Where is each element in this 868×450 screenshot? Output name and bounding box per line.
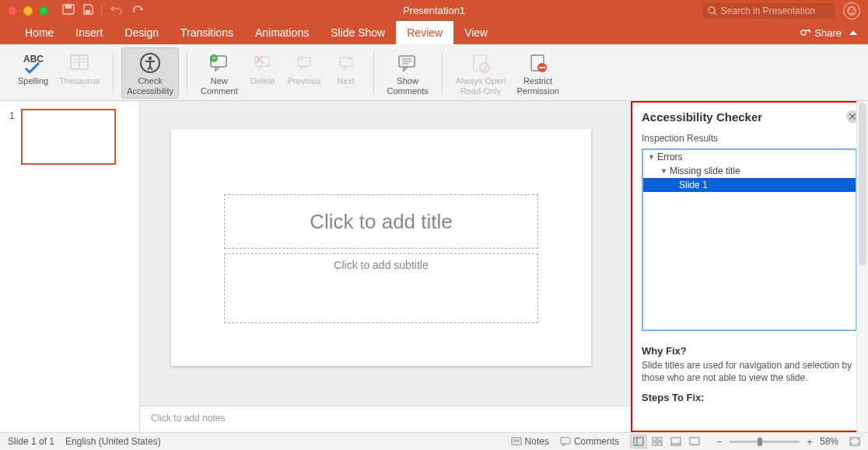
slide-canvas[interactable]: Click to add title Click to add subtitle	[171, 129, 591, 366]
tab-design[interactable]: Design	[114, 21, 170, 44]
title-placeholder[interactable]: Click to add title	[224, 194, 538, 249]
scrollbar-thumb[interactable]	[859, 103, 866, 266]
fit-to-window-button[interactable]	[849, 436, 860, 447]
spelling-icon: ABC	[21, 50, 46, 76]
thumbnail-1[interactable]: 1	[9, 109, 130, 165]
separator	[101, 5, 102, 17]
previous-label: Previous	[288, 76, 321, 86]
normal-view-button[interactable]	[630, 434, 647, 448]
delete-comment-button[interactable]: Delete	[243, 47, 282, 89]
ribbon-tabs: Home Insert Design Transitions Animation…	[0, 21, 868, 44]
svg-text:ABC: ABC	[23, 54, 44, 65]
svg-rect-48	[658, 442, 662, 445]
next-label: Next	[337, 76, 355, 86]
svg-rect-42	[561, 438, 570, 444]
ribbon: ABC Spelling Thesaurus Check Accessibili…	[0, 44, 868, 101]
show-comments-label: Show Comments	[387, 76, 429, 96]
search-field-wrap[interactable]	[703, 3, 835, 19]
thumbnail-number: 1	[9, 109, 15, 165]
thumbnail-preview[interactable]	[21, 109, 116, 165]
search-input[interactable]	[721, 5, 831, 16]
slide-thumbnails-panel: 1	[0, 101, 140, 432]
notes-toggle[interactable]: Notes	[511, 436, 549, 447]
issue-item-slide-1[interactable]: Slide 1	[643, 178, 856, 192]
subtitle-placeholder[interactable]: Click to add subtitle	[224, 253, 538, 323]
subtitle-placeholder-text: Click to add subtitle	[334, 259, 428, 271]
svg-rect-36	[539, 67, 545, 68]
view-buttons	[630, 434, 703, 448]
zoom-slider-thumb[interactable]	[758, 438, 762, 446]
previous-comment-button[interactable]: Previous	[282, 47, 327, 89]
check-accessibility-label: Check Accessibility	[127, 76, 173, 96]
collapse-ribbon-button[interactable]	[849, 30, 857, 35]
zoom-in-button[interactable]: +	[804, 436, 815, 447]
zoom-out-button[interactable]: −	[714, 436, 725, 447]
redo-icon[interactable]	[131, 4, 144, 17]
thesaurus-label: Thesaurus	[59, 76, 100, 86]
next-comment-button[interactable]: Next	[327, 47, 366, 89]
readonly-label: Always Open Read-Only	[456, 76, 506, 96]
why-fix-body: Slide titles are used for navigation and…	[642, 359, 857, 384]
minimize-window-button[interactable]	[23, 6, 33, 16]
close-window-button[interactable]	[8, 6, 17, 16]
tab-slideshow[interactable]: Slide Show	[320, 21, 396, 44]
comments-label: Comments	[574, 436, 619, 447]
restrict-permission-button[interactable]: Restrict Permission	[512, 47, 565, 99]
vertical-scrollbar[interactable]	[856, 101, 868, 432]
smile-icon	[847, 6, 856, 16]
delete-label: Delete	[250, 76, 275, 86]
tab-home[interactable]: Home	[14, 21, 65, 44]
slide-counter: Slide 1 of 1	[8, 436, 54, 447]
issue-group[interactable]: ▼Missing slide title	[643, 164, 856, 178]
notes-label: Notes	[525, 436, 549, 447]
errors-group[interactable]: ▼Errors	[643, 150, 856, 164]
tab-review[interactable]: Review	[396, 21, 453, 44]
zoom-percent[interactable]: 58%	[820, 436, 838, 447]
svg-point-8	[801, 30, 806, 35]
always-open-readonly-button[interactable]: Always Open Read-Only	[450, 47, 512, 99]
show-comments-icon	[396, 50, 419, 76]
account-button[interactable]	[843, 2, 860, 19]
save-icon[interactable]	[82, 4, 93, 17]
maximize-window-button[interactable]	[39, 6, 48, 16]
issue-label: Missing slide title	[670, 166, 740, 176]
language-indicator[interactable]: English (United States)	[65, 436, 161, 447]
slideshow-view-button[interactable]	[686, 434, 703, 448]
accessibility-icon	[138, 50, 162, 76]
window-controls	[0, 6, 48, 16]
check-accessibility-button[interactable]: Check Accessibility	[121, 47, 179, 99]
notes-icon	[511, 437, 522, 446]
restrict-icon	[527, 50, 550, 76]
show-comments-button[interactable]: Show Comments	[382, 47, 434, 99]
svg-text:+: +	[212, 54, 215, 62]
svg-rect-43	[634, 438, 643, 445]
tab-animations[interactable]: Animations	[244, 21, 320, 44]
notes-pane[interactable]: Click to add notes	[140, 406, 631, 432]
new-comment-button[interactable]: + New Comment	[195, 47, 243, 99]
svg-rect-47	[653, 442, 656, 445]
sorter-view-button[interactable]	[649, 434, 666, 448]
steps-to-fix-title: Steps To Fix:	[642, 392, 857, 403]
svg-rect-2	[86, 10, 90, 13]
workspace: 1 Click to add title Click to add subtit…	[0, 101, 868, 432]
tab-transitions[interactable]: Transitions	[170, 21, 244, 44]
delete-comment-icon	[252, 50, 274, 76]
zoom-slider[interactable]	[730, 441, 800, 443]
accessibility-checker-pane: Accessibility Checker Inspection Results…	[631, 101, 868, 432]
autosave-icon[interactable]	[62, 4, 75, 17]
share-button[interactable]: Share	[800, 27, 842, 39]
new-comment-label: New Comment	[201, 76, 238, 96]
thesaurus-button[interactable]: Thesaurus	[54, 47, 105, 89]
tab-view[interactable]: View	[453, 21, 499, 44]
slide-editor: Click to add title Click to add subtitle…	[140, 101, 631, 432]
tab-insert[interactable]: Insert	[65, 21, 114, 44]
svg-line-33	[481, 65, 488, 71]
svg-rect-45	[653, 438, 656, 441]
titlebar: Presentation1	[0, 0, 868, 21]
spelling-button[interactable]: ABC Spelling	[12, 47, 54, 89]
title-placeholder-text: Click to add title	[310, 210, 453, 234]
inspection-results-list[interactable]: ▼Errors ▼Missing slide title Slide 1	[642, 148, 857, 331]
comments-toggle[interactable]: Comments	[560, 436, 619, 447]
reading-view-button[interactable]	[667, 434, 684, 448]
undo-icon[interactable]	[110, 4, 124, 17]
